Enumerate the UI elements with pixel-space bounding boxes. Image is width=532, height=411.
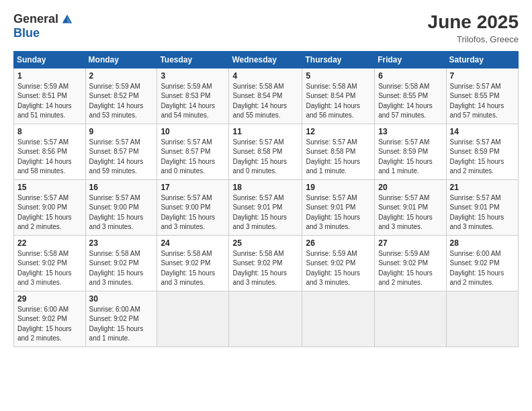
location-subtitle: Trilofos, Greece [428,34,519,44]
day-info: Sunrise: 5:57 AMSunset: 9:00 PMDaylight:… [17,193,82,232]
day-info: Sunrise: 6:00 AMSunset: 9:02 PMDaylight:… [17,305,82,344]
col-monday: Monday [85,51,157,68]
day-info: Sunrise: 5:59 AMSunset: 8:53 PMDaylight:… [161,82,225,121]
day-number: 23 [89,238,154,248]
month-title: June 2025 [428,12,519,33]
day-info: Sunrise: 5:57 AMSunset: 8:59 PMDaylight:… [378,138,442,177]
table-row: 11Sunrise: 5:57 AMSunset: 8:58 PMDayligh… [229,124,302,179]
day-info: Sunrise: 5:57 AMSunset: 9:01 PMDaylight:… [378,193,442,232]
day-number: 26 [306,238,371,248]
table-row: 21Sunrise: 5:57 AMSunset: 9:01 PMDayligh… [446,179,518,235]
day-info: Sunrise: 5:57 AMSunset: 9:01 PMDaylight:… [306,193,371,232]
day-info: Sunrise: 5:57 AMSunset: 8:55 PMDaylight:… [450,82,515,121]
col-wednesday: Wednesday [229,51,302,68]
day-number: 8 [17,127,82,136]
day-info: Sunrise: 5:57 AMSunset: 9:01 PMDaylight:… [450,193,515,232]
logo-blue-text: Blue [13,26,40,40]
table-row: 9Sunrise: 5:57 AMSunset: 8:57 PMDaylight… [85,124,157,179]
day-info: Sunrise: 5:59 AMSunset: 8:52 PMDaylight:… [89,82,154,121]
day-number: 1 [17,71,82,81]
table-row: 6Sunrise: 5:58 AMSunset: 8:55 PMDaylight… [375,68,446,124]
day-number: 13 [378,127,442,136]
table-row: 10Sunrise: 5:57 AMSunset: 8:57 PMDayligh… [157,124,229,179]
table-row: 12Sunrise: 5:57 AMSunset: 8:58 PMDayligh… [302,124,375,179]
calendar-table: Sunday Monday Tuesday Wednesday Thursday… [13,51,519,347]
table-row: 26Sunrise: 5:59 AMSunset: 9:02 PMDayligh… [302,235,375,291]
table-row: 2Sunrise: 5:59 AMSunset: 8:52 PMDaylight… [85,68,157,124]
day-number: 14 [450,127,515,136]
calendar-week-row: 1Sunrise: 5:59 AMSunset: 8:51 PMDaylight… [14,68,519,124]
day-number: 25 [232,238,298,248]
day-number: 19 [306,183,371,192]
day-info: Sunrise: 6:00 AMSunset: 9:02 PMDaylight:… [89,305,154,344]
day-number: 30 [89,294,154,304]
day-number: 5 [306,71,371,81]
table-row: 8Sunrise: 5:57 AMSunset: 8:56 PMDaylight… [14,124,86,179]
day-number: 18 [232,183,298,192]
day-info: Sunrise: 5:59 AMSunset: 8:51 PMDaylight:… [17,82,82,121]
table-row: 23Sunrise: 5:58 AMSunset: 9:02 PMDayligh… [85,235,157,291]
day-number: 3 [161,71,225,81]
table-row: 4Sunrise: 5:58 AMSunset: 8:54 PMDaylight… [229,68,302,124]
day-info: Sunrise: 5:57 AMSunset: 9:00 PMDaylight:… [89,193,154,232]
day-number: 16 [89,183,154,192]
table-row: 28Sunrise: 6:00 AMSunset: 9:02 PMDayligh… [446,235,518,291]
day-number: 22 [17,238,82,248]
table-row: 27Sunrise: 5:59 AMSunset: 9:02 PMDayligh… [375,235,446,291]
day-number: 24 [161,238,225,248]
table-row: 14Sunrise: 5:57 AMSunset: 8:59 PMDayligh… [446,124,518,179]
calendar-week-row: 15Sunrise: 5:57 AMSunset: 9:00 PMDayligh… [14,179,519,235]
col-friday: Friday [375,51,446,68]
table-row [157,291,229,347]
day-info: Sunrise: 5:57 AMSunset: 8:56 PMDaylight:… [17,138,82,177]
logo-general-text: General [13,12,58,26]
table-row: 15Sunrise: 5:57 AMSunset: 9:00 PMDayligh… [14,179,86,235]
day-info: Sunrise: 5:57 AMSunset: 9:01 PMDaylight:… [232,193,298,232]
table-row: 13Sunrise: 5:57 AMSunset: 8:59 PMDayligh… [375,124,446,179]
calendar-week-row: 8Sunrise: 5:57 AMSunset: 8:56 PMDaylight… [14,124,519,179]
day-info: Sunrise: 5:57 AMSunset: 9:00 PMDaylight:… [161,193,225,232]
table-row: 20Sunrise: 5:57 AMSunset: 9:01 PMDayligh… [375,179,446,235]
table-row [446,291,518,347]
day-number: 20 [378,183,442,192]
page: General Blue June 2025 Trilofos, Greece … [0,0,532,411]
day-info: Sunrise: 5:58 AMSunset: 8:54 PMDaylight:… [232,82,298,121]
calendar-week-row: 22Sunrise: 5:58 AMSunset: 9:02 PMDayligh… [14,235,519,291]
table-row: 22Sunrise: 5:58 AMSunset: 9:02 PMDayligh… [14,235,86,291]
table-row: 1Sunrise: 5:59 AMSunset: 8:51 PMDaylight… [14,68,86,124]
col-sunday: Sunday [14,51,86,68]
table-row: 16Sunrise: 5:57 AMSunset: 9:00 PMDayligh… [85,179,157,235]
table-row [375,291,446,347]
day-number: 9 [89,127,154,136]
calendar-header-row: Sunday Monday Tuesday Wednesday Thursday… [14,51,519,68]
logo-icon [61,13,73,26]
table-row [229,291,302,347]
col-tuesday: Tuesday [157,51,229,68]
table-row: 29Sunrise: 6:00 AMSunset: 9:02 PMDayligh… [14,291,86,347]
day-info: Sunrise: 5:58 AMSunset: 8:54 PMDaylight:… [306,82,371,121]
table-row [302,291,375,347]
day-info: Sunrise: 5:59 AMSunset: 9:02 PMDaylight:… [378,249,442,288]
col-saturday: Saturday [446,51,518,68]
table-row: 3Sunrise: 5:59 AMSunset: 8:53 PMDaylight… [157,68,229,124]
table-row: 5Sunrise: 5:58 AMSunset: 8:54 PMDaylight… [302,68,375,124]
table-row: 30Sunrise: 6:00 AMSunset: 9:02 PMDayligh… [85,291,157,347]
day-number: 6 [378,71,442,81]
table-row: 7Sunrise: 5:57 AMSunset: 8:55 PMDaylight… [446,68,518,124]
day-number: 28 [450,238,515,248]
table-row: 18Sunrise: 5:57 AMSunset: 9:01 PMDayligh… [229,179,302,235]
day-number: 27 [378,238,442,248]
calendar-week-row: 29Sunrise: 6:00 AMSunset: 9:02 PMDayligh… [14,291,519,347]
table-row: 19Sunrise: 5:57 AMSunset: 9:01 PMDayligh… [302,179,375,235]
table-row: 17Sunrise: 5:57 AMSunset: 9:00 PMDayligh… [157,179,229,235]
day-info: Sunrise: 5:58 AMSunset: 9:02 PMDaylight:… [161,249,225,288]
day-info: Sunrise: 5:58 AMSunset: 9:02 PMDaylight:… [232,249,298,288]
day-number: 15 [17,183,82,192]
table-row: 24Sunrise: 5:58 AMSunset: 9:02 PMDayligh… [157,235,229,291]
day-info: Sunrise: 5:58 AMSunset: 8:55 PMDaylight:… [378,82,442,121]
col-thursday: Thursday [302,51,375,68]
day-number: 10 [161,127,225,136]
day-info: Sunrise: 5:58 AMSunset: 9:02 PMDaylight:… [17,249,82,288]
day-number: 11 [232,127,298,136]
day-info: Sunrise: 5:57 AMSunset: 8:58 PMDaylight:… [232,138,298,177]
